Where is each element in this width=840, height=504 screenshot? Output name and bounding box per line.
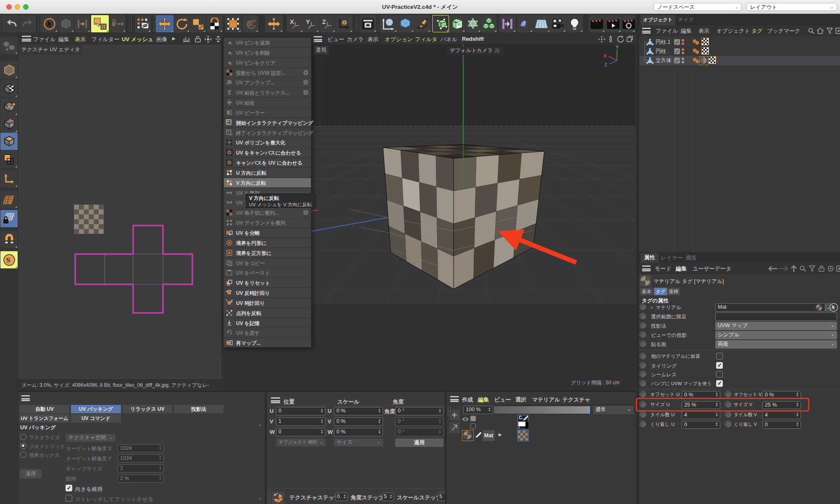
- svg-text:Y: Y: [616, 45, 619, 50]
- svg-text:Z: Z: [604, 62, 607, 67]
- svg-text:X: X: [290, 18, 294, 25]
- svg-text:Z: Z: [322, 18, 326, 25]
- svg-text:Y: Y: [306, 18, 310, 25]
- svg-text:X: X: [604, 53, 607, 58]
- svg-text:S: S: [6, 256, 10, 264]
